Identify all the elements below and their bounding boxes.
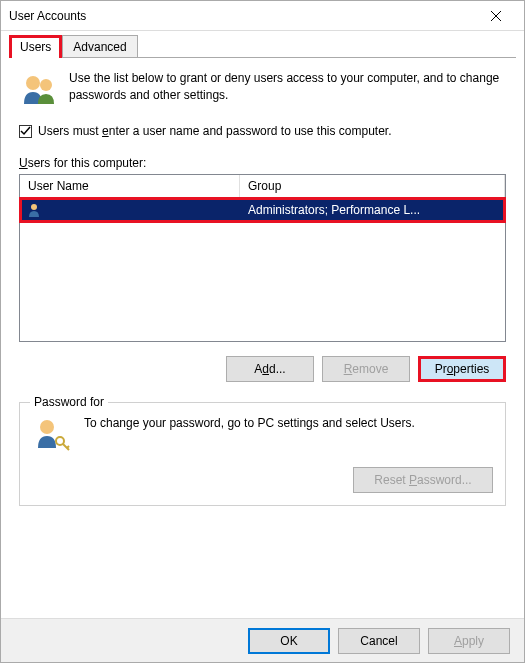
user-buttons-row: Add... Remove Properties bbox=[19, 356, 506, 382]
column-group[interactable]: Group bbox=[240, 175, 505, 197]
table-row[interactable]: Administrators; Performance L... bbox=[22, 200, 503, 220]
titlebar: User Accounts bbox=[1, 1, 524, 31]
apply-button: Apply bbox=[428, 628, 510, 654]
users-list-header: User Name Group bbox=[20, 175, 505, 198]
tab-advanced[interactable]: Advanced bbox=[62, 35, 137, 58]
tab-content: Use the list below to grant or deny user… bbox=[1, 58, 524, 518]
properties-button[interactable]: Properties bbox=[418, 356, 506, 382]
tab-bar: Users Advanced bbox=[1, 31, 524, 58]
cancel-button[interactable]: Cancel bbox=[338, 628, 420, 654]
remove-button: Remove bbox=[322, 356, 410, 382]
tab-users-label: Users bbox=[20, 40, 51, 54]
svg-point-3 bbox=[40, 79, 52, 91]
key-user-icon bbox=[32, 415, 72, 455]
window-title: User Accounts bbox=[9, 9, 476, 23]
require-password-label: Users must enter a user name and passwor… bbox=[38, 124, 392, 138]
row-group: Administrators; Performance L... bbox=[244, 201, 503, 219]
password-help-text: To change your password, go to PC settin… bbox=[84, 415, 415, 432]
checkmark-icon bbox=[20, 126, 31, 137]
svg-point-2 bbox=[26, 76, 40, 90]
row-username bbox=[46, 208, 244, 212]
svg-line-8 bbox=[67, 446, 69, 448]
user-icon bbox=[26, 202, 42, 218]
users-list[interactable]: User Name Group Administrators; Performa… bbox=[19, 174, 506, 342]
intro-row: Use the list below to grant or deny user… bbox=[19, 70, 506, 110]
dialog-footer: OK Cancel Apply bbox=[1, 618, 524, 662]
add-button[interactable]: Add... bbox=[226, 356, 314, 382]
password-fieldset-legend: Password for bbox=[30, 395, 108, 409]
users-icon bbox=[19, 70, 59, 110]
svg-point-5 bbox=[40, 420, 54, 434]
selected-row-highlight: Administrators; Performance L... bbox=[19, 197, 506, 223]
require-password-checkbox[interactable] bbox=[19, 125, 32, 138]
intro-text: Use the list below to grant or deny user… bbox=[69, 70, 506, 110]
ok-button[interactable]: OK bbox=[248, 628, 330, 654]
close-icon bbox=[491, 11, 501, 21]
svg-point-6 bbox=[56, 437, 64, 445]
users-list-label: Users for this computer: bbox=[19, 156, 506, 170]
require-password-checkbox-row: Users must enter a user name and passwor… bbox=[19, 124, 506, 138]
tab-users[interactable]: Users bbox=[9, 35, 62, 58]
password-fieldset: Password for To change your password, go… bbox=[19, 402, 506, 506]
column-username[interactable]: User Name bbox=[20, 175, 240, 197]
reset-password-button: Reset Password... bbox=[353, 467, 493, 493]
close-button[interactable] bbox=[476, 2, 516, 30]
tab-advanced-label: Advanced bbox=[73, 40, 126, 54]
user-accounts-dialog: User Accounts Users Advanced Use the lis… bbox=[0, 0, 525, 663]
svg-point-4 bbox=[31, 204, 37, 210]
